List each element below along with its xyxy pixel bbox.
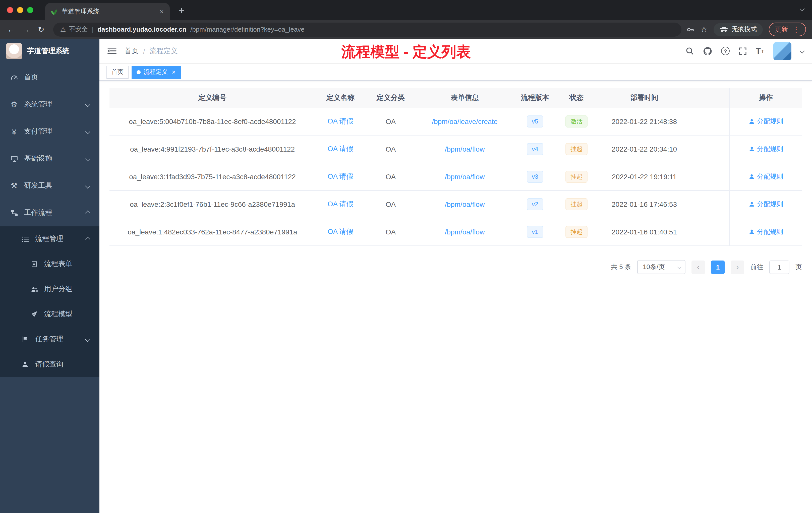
definition-id: oa_leave:4:991f2193-7b7f-11ec-a3c8-acde4… [110, 135, 315, 163]
person-icon [21, 361, 29, 368]
sidebar-item-label: 流程模型 [44, 310, 72, 319]
column-header-filler [692, 88, 729, 108]
sidebar-item-user-groups[interactable]: 用户分组 [0, 277, 99, 302]
next-arrow-icon: › [736, 263, 739, 272]
sidebar-item-payment-management[interactable]: ¥ 支付管理 [0, 118, 99, 145]
chevron-up-icon [85, 210, 90, 215]
deploy-time: 2022-01-22 19:19:11 [597, 163, 692, 190]
chevron-down-icon [85, 183, 90, 188]
forward-button[interactable]: → [19, 22, 33, 36]
sidebar-item-label: 任务管理 [35, 335, 63, 344]
search-icon[interactable] [686, 47, 694, 55]
github-icon[interactable] [703, 47, 712, 56]
definition-category: OA [366, 218, 416, 245]
minimize-window-button[interactable] [17, 7, 23, 13]
app-logo[interactable]: 芋道管理系统 [0, 39, 99, 64]
sidebar-item-label: 流程管理 [35, 234, 63, 243]
tab-search-chevron-icon[interactable] [800, 6, 805, 11]
row-filler [692, 163, 729, 190]
breadcrumb-home-link[interactable]: 首页 [124, 47, 139, 56]
warning-icon: ⚠ [60, 26, 66, 33]
security-indicator[interactable]: ⚠ 不安全 [60, 25, 88, 34]
tab-title: 芋道管理系统 [62, 7, 155, 16]
hamburger-icon[interactable] [108, 47, 116, 55]
back-button[interactable]: ← [4, 22, 18, 36]
next-page-button[interactable]: › [731, 260, 744, 274]
definition-name-link[interactable]: OA 请假 [328, 228, 353, 236]
sidebar-item-leave-query[interactable]: 请假查询 [0, 352, 99, 377]
page-size-select[interactable]: 10条/页 [637, 260, 686, 274]
definition-name-link[interactable]: OA 请假 [328, 117, 353, 126]
avatar[interactable] [773, 42, 791, 60]
app-title: 芋道管理系统 [27, 47, 69, 56]
definition-name-link[interactable]: OA 请假 [328, 172, 353, 181]
sidebar-item-label: 用户分组 [44, 284, 72, 294]
current-page-button[interactable]: 1 [711, 260, 725, 274]
tag-home[interactable]: 首页 [107, 65, 128, 79]
sidebar-item-dev-tools[interactable]: ⚒ 研发工具 [0, 172, 99, 199]
reload-button[interactable]: ↻ [34, 22, 48, 36]
status-tag: 挂起 [566, 198, 587, 210]
deploy-time: 2022-01-16 17:46:53 [597, 191, 692, 218]
table-row: oa_leave:1:482ec033-762a-11ec-8477-a2380… [110, 218, 802, 246]
definition-name-link[interactable]: OA 请假 [328, 145, 353, 154]
dashboard-icon [10, 73, 18, 81]
goto-page-input[interactable] [769, 260, 789, 274]
assign-rule-link[interactable]: 分配规则 [749, 145, 783, 154]
update-chrome-button[interactable]: 更新 ⋮ [769, 23, 806, 36]
main-area: 首页 / 流程定义 ? [99, 39, 812, 513]
table-row: oa_leave:3:1fad3d93-7b75-11ec-a3c8-acde4… [110, 163, 802, 191]
browser-menu-icon[interactable]: ⋮ [792, 26, 800, 33]
form-link[interactable]: /bpm/oa/flow [445, 228, 485, 236]
sidebar-item-process-management[interactable]: 流程管理 [0, 227, 99, 251]
hammer-icon: ⚒ [10, 181, 18, 190]
tab-close-icon[interactable]: × [159, 7, 165, 16]
sidebar-item-infrastructure[interactable]: 基础设施 [0, 145, 99, 172]
definition-name-link[interactable]: OA 请假 [328, 200, 353, 209]
tag-close-icon[interactable]: × [172, 69, 175, 75]
browser-tab[interactable]: 芋道管理系统 × [45, 3, 170, 20]
new-tab-button[interactable]: + [176, 5, 187, 15]
browser-toolbar: ← → ↻ ⚠ 不安全 | dashboard.yudao.iocoder.cn… [0, 20, 812, 39]
definition-id: oa_leave:5:004b710b-7b8a-11ec-8ef0-acde4… [110, 108, 315, 135]
breadcrumb-separator: / [143, 47, 145, 55]
sidebar-item-workflow[interactable]: 工作流程 [0, 199, 99, 227]
sidebar-item-system-management[interactable]: ⚙ 系统管理 [0, 91, 99, 118]
address-bar[interactable]: ⚠ 不安全 | dashboard.yudao.iocoder.cn /bpm/… [53, 22, 681, 36]
url-path: /bpm/manager/definition?key=oa_leave [190, 26, 304, 33]
close-window-button[interactable] [7, 7, 13, 13]
person-icon [749, 118, 754, 124]
person-icon [749, 174, 754, 180]
row-filler [692, 108, 729, 135]
sidebar-item-home[interactable]: 首页 [0, 64, 99, 91]
tag-process-definition[interactable]: 流程定义 × [132, 65, 180, 79]
sidebar-item-task-management[interactable]: 任务管理 [0, 327, 99, 352]
sidebar-item-process-model[interactable]: 流程模型 [0, 302, 99, 327]
help-icon[interactable]: ? [721, 47, 730, 55]
status-tag: 激活 [566, 116, 587, 127]
sidebar-item-label: 基础设施 [24, 154, 52, 163]
sidebar-item-process-form[interactable]: 流程表单 [0, 251, 99, 277]
form-link[interactable]: /bpm/oa/flow [445, 173, 485, 181]
form-link[interactable]: /bpm/oa/flow [445, 145, 485, 153]
person-icon [749, 229, 754, 235]
column-header: 状态 [556, 88, 597, 108]
assign-rule-link[interactable]: 分配规则 [749, 172, 783, 181]
font-size-icon[interactable]: T T [756, 47, 764, 55]
bookmark-star-icon[interactable]: ☆ [700, 25, 707, 34]
definition-id: oa_leave:1:482ec033-762a-11ec-8477-a2380… [110, 218, 315, 245]
form-link[interactable]: /bpm/oa/leave/create [432, 117, 498, 125]
prev-page-button[interactable]: ‹ [692, 260, 705, 274]
active-dot [137, 70, 141, 74]
zoom-window-button[interactable] [27, 7, 33, 13]
key-icon[interactable] [686, 25, 694, 33]
column-header: 部署时间 [597, 88, 692, 108]
paper-plane-icon [30, 311, 38, 318]
assign-rule-link[interactable]: 分配规则 [749, 117, 783, 126]
column-header: 操作 [729, 88, 802, 108]
avatar-chevron-icon[interactable] [800, 49, 805, 54]
assign-rule-link[interactable]: 分配规则 [749, 228, 783, 236]
fullscreen-icon[interactable] [739, 47, 747, 55]
form-link[interactable]: /bpm/oa/flow [445, 200, 485, 208]
assign-rule-link[interactable]: 分配规则 [749, 200, 783, 209]
